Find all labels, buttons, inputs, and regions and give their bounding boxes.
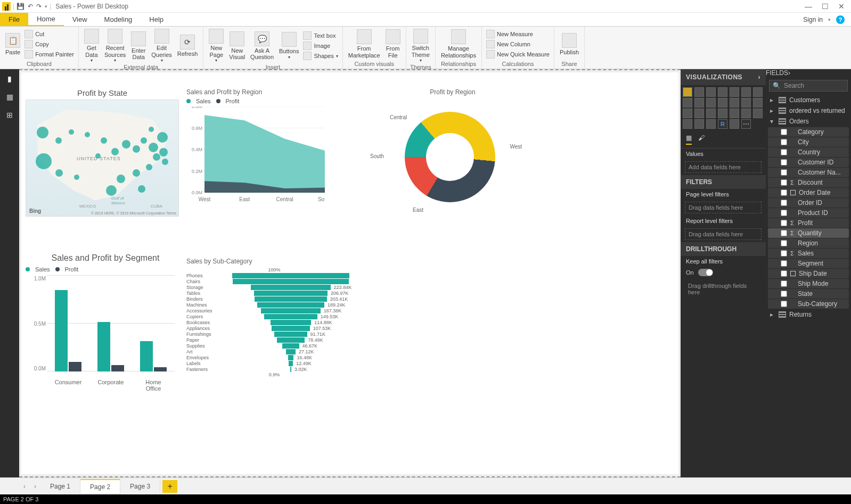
- page-nav-prev[interactable]: ‹: [19, 483, 30, 490]
- viz-icon[interactable]: [753, 109, 763, 118]
- field-region[interactable]: Region: [768, 238, 849, 248]
- viz-stacked-bar-icon[interactable]: [683, 87, 692, 97]
- tab-file[interactable]: File: [0, 13, 28, 26]
- page-tab-2[interactable]: Page 2: [80, 479, 120, 494]
- keep-filters-toggle[interactable]: [698, 269, 713, 276]
- model-view-icon[interactable]: ⊞: [4, 110, 15, 120]
- get-data-button[interactable]: Get Data▾: [82, 28, 101, 64]
- add-page-button[interactable]: +: [162, 480, 177, 493]
- field-profit[interactable]: ΣProfit: [768, 218, 849, 228]
- report-view-icon[interactable]: ▮: [4, 73, 15, 84]
- paste-button[interactable]: 📋Paste: [3, 32, 22, 57]
- maximize-icon[interactable]: ☐: [822, 2, 829, 11]
- page-tab-1[interactable]: Page 1: [40, 480, 80, 493]
- from-marketplace-button[interactable]: From Marketplace: [346, 28, 382, 60]
- viz-icon[interactable]: [741, 109, 751, 118]
- viz-icon[interactable]: [683, 119, 692, 129]
- help-icon[interactable]: ?: [836, 15, 845, 24]
- viz-icon[interactable]: [730, 87, 739, 97]
- visual-donut[interactable]: Profit by Region Central West East South: [362, 88, 543, 218]
- values-well[interactable]: Add data fields here: [685, 161, 762, 173]
- new-visual-button[interactable]: New Visual: [227, 30, 247, 62]
- viz-icon[interactable]: [706, 98, 716, 108]
- field-state[interactable]: State: [768, 289, 849, 299]
- format-tab-icon[interactable]: 🖌: [698, 134, 705, 145]
- viz-icon[interactable]: [718, 109, 727, 118]
- viz-icon[interactable]: [683, 109, 692, 118]
- field-order-date[interactable]: Order Date: [768, 188, 849, 197]
- viz-icon[interactable]: [730, 109, 739, 118]
- shapes-button[interactable]: Shapes▾: [302, 51, 339, 61]
- tab-view[interactable]: View: [64, 13, 96, 26]
- edit-queries-button[interactable]: Edit Queries▾: [149, 28, 174, 64]
- switch-theme-button[interactable]: Switch Theme▾: [410, 28, 432, 64]
- copy-button[interactable]: Copy: [23, 39, 75, 49]
- table-customers[interactable]: ▸Customers: [766, 95, 851, 105]
- field-category[interactable]: Category: [768, 127, 849, 137]
- viz-icon[interactable]: [730, 98, 739, 108]
- field-segment[interactable]: Segment: [768, 259, 849, 268]
- field-discount[interactable]: ΣDiscount: [768, 178, 849, 187]
- field-country[interactable]: Country: [768, 147, 849, 157]
- text-box-button[interactable]: Text box: [302, 31, 339, 40]
- viz-icon[interactable]: [706, 87, 716, 97]
- fields-tab-icon[interactable]: ▦: [686, 134, 692, 145]
- viz-icon[interactable]: [741, 98, 751, 108]
- report-canvas[interactable]: Profit by State UNITED STATES Gulf of Me…: [19, 69, 681, 477]
- collapse-viz-icon[interactable]: ›: [758, 73, 761, 81]
- field-customer-na-[interactable]: Customer Na...: [768, 168, 849, 177]
- field-quantity[interactable]: ΣQuantity: [768, 228, 849, 238]
- viz-more-icon[interactable]: ⋯: [741, 119, 751, 129]
- minimize-icon[interactable]: —: [805, 2, 812, 11]
- chevron-down-icon[interactable]: ▾: [828, 17, 831, 22]
- viz-icon[interactable]: [741, 87, 751, 97]
- page-nav-next[interactable]: ›: [30, 483, 40, 490]
- manage-relationships-button[interactable]: Manage Relationships: [439, 28, 478, 60]
- tab-modeling[interactable]: Modeling: [96, 13, 141, 26]
- ask-question-button[interactable]: 💬Ask A Question: [248, 30, 276, 62]
- viz-icon[interactable]: [753, 87, 763, 97]
- field-city[interactable]: City: [768, 137, 849, 147]
- page-tab-3[interactable]: Page 3: [120, 480, 160, 493]
- table-ordered-vs-returned[interactable]: ▸ordered vs returned: [766, 105, 851, 116]
- field-ship-mode[interactable]: Ship Mode: [768, 279, 849, 288]
- enter-data-button[interactable]: Enter Data: [129, 30, 148, 62]
- tab-help[interactable]: Help: [141, 13, 172, 26]
- refresh-button[interactable]: ⟳Refresh: [175, 34, 200, 59]
- image-button[interactable]: Image: [302, 41, 339, 51]
- undo-icon[interactable]: ↶: [28, 3, 33, 10]
- collapse-fields-icon[interactable]: ›: [788, 69, 790, 77]
- viz-r-icon[interactable]: R: [718, 119, 727, 129]
- table-returns[interactable]: ▸Returns: [766, 309, 851, 320]
- viz-icon[interactable]: [694, 119, 704, 129]
- field-sales[interactable]: ΣSales: [768, 249, 849, 258]
- visual-segment-bar[interactable]: Sales and Profit by Segment Sales Profit…: [26, 253, 185, 382]
- viz-icon[interactable]: [694, 98, 704, 108]
- drillthrough-well[interactable]: Drag drillthrough fields here: [685, 280, 762, 298]
- visual-area[interactable]: Sales and Profit by Region Sales Profit …: [186, 88, 341, 202]
- viz-icon[interactable]: [706, 119, 716, 129]
- recent-sources-button[interactable]: Recent Sources▾: [102, 28, 128, 64]
- buttons-button[interactable]: Buttons▾: [277, 31, 301, 61]
- new-page-button[interactable]: New Page▾: [207, 28, 226, 64]
- new-quick-measure-button[interactable]: New Quick Measure: [485, 49, 551, 59]
- publish-button[interactable]: Publish: [558, 32, 581, 57]
- cut-button[interactable]: Cut: [23, 29, 75, 39]
- from-file-button[interactable]: From File: [383, 28, 403, 60]
- redo-icon[interactable]: ↷: [36, 3, 42, 10]
- data-view-icon[interactable]: ▦: [4, 92, 15, 102]
- report-filters-well[interactable]: Drag data fields here: [685, 228, 762, 240]
- field-product-id[interactable]: Product ID: [768, 208, 849, 218]
- fields-search[interactable]: 🔍 Search: [769, 80, 848, 92]
- new-measure-button[interactable]: New Measure: [485, 29, 551, 39]
- visual-funnel[interactable]: Sales by Sub-Category 100% PhonesChairsS…: [186, 258, 362, 377]
- viz-icon[interactable]: [694, 87, 704, 97]
- viz-icon[interactable]: [753, 98, 763, 108]
- new-column-button[interactable]: New Column: [485, 39, 551, 49]
- viz-py-icon[interactable]: [730, 119, 739, 129]
- field-ship-date[interactable]: Ship Date: [768, 269, 849, 278]
- field-sub-category[interactable]: Sub-Category: [768, 299, 849, 309]
- viz-icon[interactable]: [694, 109, 704, 118]
- format-painter-button[interactable]: Format Painter: [23, 49, 75, 59]
- field-customer-id[interactable]: Customer ID: [768, 158, 849, 167]
